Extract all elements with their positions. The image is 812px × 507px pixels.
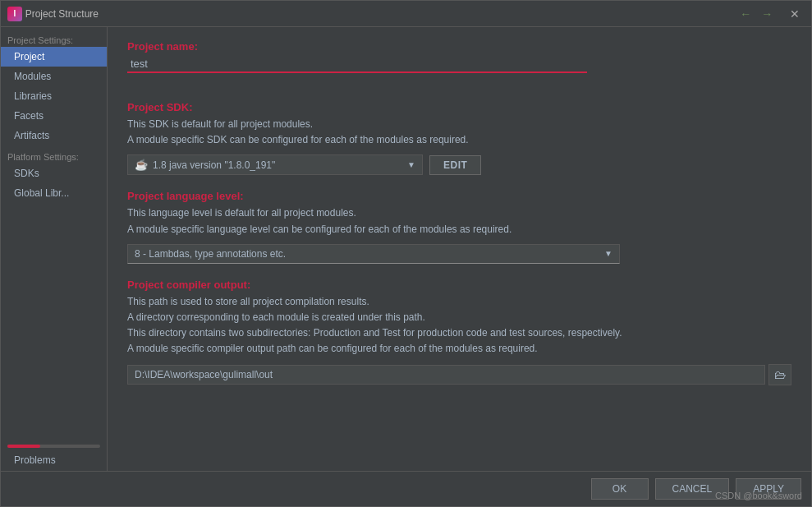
project-name-label: Project name: bbox=[127, 40, 791, 53]
sidebar: Project Settings: Project Modules Librar… bbox=[1, 27, 108, 471]
sdk-description: This SDK is default for all project modu… bbox=[127, 117, 791, 148]
watermark: CSDN @book&sword bbox=[715, 491, 802, 500]
sidebar-item-libraries[interactable]: Libraries bbox=[1, 86, 107, 106]
window-title: Project Structure bbox=[25, 8, 737, 20]
sidebar-item-facets[interactable]: Facets bbox=[1, 106, 107, 126]
project-sdk-label: Project SDK: bbox=[127, 101, 791, 113]
language-level-value: 8 - Lambdas, type annotations etc. bbox=[135, 248, 286, 260]
project-name-section: Project name: bbox=[127, 40, 791, 86]
project-structure-dialog: I Project Structure ← → ✕ Project Settin… bbox=[0, 0, 812, 507]
forward-arrow[interactable]: → bbox=[758, 6, 776, 22]
sdk-edit-button[interactable]: EDIT bbox=[429, 155, 481, 175]
compiler-output-input[interactable] bbox=[127, 365, 765, 385]
language-dropdown-arrow: ▼ bbox=[604, 249, 612, 258]
nav-arrows: ← → bbox=[736, 6, 776, 22]
platform-settings-label: Platform Settings: bbox=[1, 145, 107, 164]
folder-browse-button[interactable]: 🗁 bbox=[768, 364, 791, 385]
project-language-level-label: Project language level: bbox=[127, 190, 791, 202]
sidebar-scrollbar[interactable] bbox=[7, 445, 100, 448]
language-level-dropdown[interactable]: 8 - Lambdas, type annotations etc. ▼ bbox=[127, 244, 620, 264]
project-compiler-output-section: Project compiler output: This path is us… bbox=[127, 279, 791, 385]
app-icon: I bbox=[7, 7, 22, 21]
project-settings-label: Project Settings: bbox=[1, 30, 107, 47]
sdk-value: 1.8 java version "1.8.0_191" bbox=[153, 159, 275, 171]
sidebar-item-problems[interactable]: Problems bbox=[1, 449, 107, 471]
sidebar-item-global-libraries[interactable]: Global Libr... bbox=[1, 183, 107, 203]
title-bar: I Project Structure ← → ✕ bbox=[1, 1, 811, 27]
project-language-level-section: Project language level: This language le… bbox=[127, 190, 791, 263]
sdk-dropdown-arrow: ▼ bbox=[407, 160, 415, 169]
footer: OK CANCEL APPLY bbox=[1, 471, 811, 506]
content-area: Project name: Project SDK: This SDK is d… bbox=[108, 27, 811, 471]
project-name-input[interactable] bbox=[127, 56, 587, 73]
sidebar-item-sdks[interactable]: SDKs bbox=[1, 164, 107, 183]
sdk-row: ☕ 1.8 java version "1.8.0_191" ▼ EDIT bbox=[127, 154, 791, 175]
sidebar-scrollbar-thumb bbox=[7, 445, 40, 448]
sidebar-item-modules[interactable]: Modules bbox=[1, 67, 107, 86]
java-icon: ☕ bbox=[135, 159, 148, 171]
sdk-dropdown[interactable]: ☕ 1.8 java version "1.8.0_191" ▼ bbox=[127, 154, 423, 175]
close-button[interactable]: ✕ bbox=[785, 6, 805, 22]
language-description: This language level is default for all p… bbox=[127, 205, 791, 237]
main-content: Project Settings: Project Modules Librar… bbox=[1, 27, 811, 471]
back-arrow[interactable]: ← bbox=[736, 6, 755, 22]
sidebar-item-project[interactable]: Project bbox=[1, 47, 107, 67]
project-compiler-output-label: Project compiler output: bbox=[127, 279, 791, 291]
ok-button[interactable]: OK bbox=[591, 478, 649, 500]
compiler-description: This path is used to store all project c… bbox=[127, 294, 791, 357]
compiler-output-row: 🗁 bbox=[127, 364, 791, 385]
sidebar-item-artifacts[interactable]: Artifacts bbox=[1, 126, 107, 145]
project-sdk-section: Project SDK: This SDK is default for all… bbox=[127, 101, 791, 175]
